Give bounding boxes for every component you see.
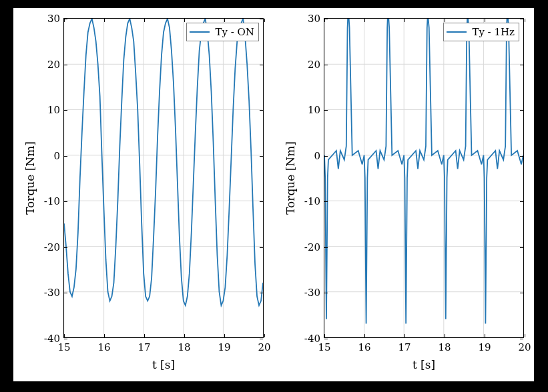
chart-canvas: Ty - ON -40-30-20-100102030151617181920 … xyxy=(13,8,534,381)
right-plot-svg xyxy=(324,19,523,337)
left-legend: Ty - ON xyxy=(186,23,259,41)
left-plot-svg xyxy=(64,19,263,337)
legend-line-icon xyxy=(447,31,467,33)
x-tick-label: 16 xyxy=(97,341,110,353)
right-ylabel: Torque [Nm] xyxy=(284,141,297,215)
x-tick-label: 17 xyxy=(398,341,410,353)
y-tick-label: -10 xyxy=(44,195,60,207)
y-tick-label: 0 xyxy=(314,150,320,162)
y-tick-label: 0 xyxy=(53,150,60,162)
x-tick-label: 18 xyxy=(178,341,190,353)
y-tick-label: -30 xyxy=(304,287,320,299)
left-plot: Ty - ON -40-30-20-100102030151617181920 xyxy=(63,18,264,338)
x-tick-label: 19 xyxy=(218,341,230,353)
right-plot: Ty - 1Hz -40-30-20-100102030151617181920 xyxy=(324,18,524,338)
x-tick-label: 15 xyxy=(318,341,330,353)
legend-label: Ty - 1Hz xyxy=(472,26,515,38)
y-tick-label: -30 xyxy=(44,287,60,299)
left-ylabel: Torque [Nm] xyxy=(23,141,37,215)
y-tick-label: 20 xyxy=(47,59,60,71)
right-xlabel: t [s] xyxy=(324,358,524,371)
x-tick-label: 18 xyxy=(438,341,451,353)
x-tick-label: 20 xyxy=(258,341,270,353)
y-tick-label: 30 xyxy=(308,13,320,25)
y-tick-label: 20 xyxy=(308,59,320,71)
y-tick-label: 30 xyxy=(47,13,60,25)
y-tick-label: -20 xyxy=(44,241,60,253)
x-tick-label: 17 xyxy=(138,341,150,353)
y-tick-label: -20 xyxy=(304,241,320,253)
y-tick-label: 10 xyxy=(47,104,60,116)
legend-label: Ty - ON xyxy=(215,26,254,38)
x-tick-label: 19 xyxy=(478,341,491,353)
right-legend: Ty - 1Hz xyxy=(443,23,519,41)
legend-line-icon xyxy=(190,31,210,33)
x-tick-label: 15 xyxy=(57,341,70,353)
x-tick-label: 20 xyxy=(518,341,531,353)
left-xlabel: t [s] xyxy=(63,358,264,371)
y-tick-label: 10 xyxy=(308,104,320,116)
x-tick-label: 16 xyxy=(358,341,370,353)
y-tick-label: -10 xyxy=(304,195,320,207)
